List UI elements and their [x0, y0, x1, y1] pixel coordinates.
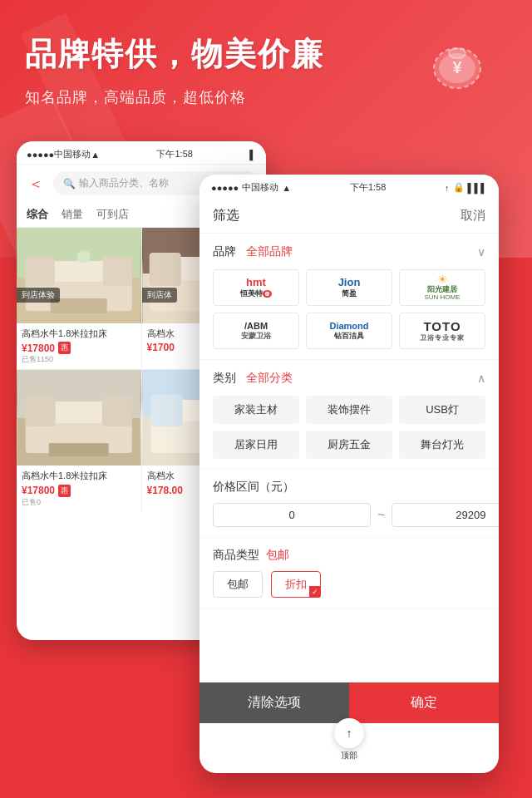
brand-label-row: 品牌 全部品牌 — [213, 244, 293, 259]
price-badge-1: 惠 — [58, 342, 71, 354]
tab-general[interactable]: 综合 — [27, 207, 48, 222]
price-range-section: 价格区间（元） ~ — [200, 470, 499, 538]
time-front: 下午1:58 — [350, 181, 386, 194]
filter-panel-phone: ●●●●● 中国移动 ▲ 下午1:58 ↑ 🔒 ▌▌▌ 筛选 取消 品牌 全部品… — [200, 175, 499, 773]
product-item-3[interactable]: 高档水牛1.8米拉扣床 ¥17800 惠 已售0 — [17, 370, 141, 511]
filter-header: 筛选 取消 — [200, 199, 499, 234]
category-jiaju[interactable]: 居家日用 — [213, 431, 299, 459]
brand-section-header: 品牌 全部品牌 ∨ — [213, 244, 485, 259]
product-price-1: ¥17800 — [22, 342, 55, 354]
brand-abm[interactable]: /ABM 安蒙卫浴 — [213, 313, 299, 349]
product-price-row-1: ¥17800 惠 — [22, 342, 136, 354]
money-bag-icon: ¥ — [424, 25, 490, 91]
scroll-top-arrow: ↑ — [334, 718, 364, 748]
goods-type-header: 商品类型 包邮 — [213, 548, 485, 563]
svg-point-13 — [77, 250, 91, 264]
status-left: ●●●●● 中国移动 ▲ — [211, 181, 291, 194]
price-range-label: 价格区间（元） — [213, 480, 485, 495]
confirm-button[interactable]: 确定 — [349, 682, 499, 723]
price-max-input[interactable] — [392, 503, 499, 527]
category-value: 全部分类 — [246, 371, 293, 384]
svg-text:¥: ¥ — [452, 58, 462, 76]
category-zhuangshi[interactable]: 装饰摆件 — [306, 396, 392, 424]
category-usb[interactable]: USB灯 — [399, 396, 485, 424]
price-badge-3: 惠 — [58, 485, 71, 497]
product-price-3: ¥17800 — [22, 485, 55, 496]
brand-jion-logo: Jion 简盈 — [338, 276, 361, 299]
tab-sales[interactable]: 销量 — [62, 207, 83, 222]
brand-toto-logo: TOTO 卫浴专业专家 — [420, 319, 465, 342]
category-label-row: 类别 全部分类 — [213, 370, 293, 386]
product-name-3: 高档水牛1.8米拉扣床 — [22, 470, 136, 482]
svg-rect-10 — [26, 257, 55, 286]
sold-info-3: 已售0 — [22, 497, 136, 508]
sold-info-1: 已售1150 — [22, 354, 136, 365]
phones-container: ●●●●● 中国移动 ▲ 下午1:58 ▌ ＜ 🔍 输入商品分类、名称 综合 销… — [0, 141, 532, 798]
brand-sunhome[interactable]: ☀ 阳光建居 SUN HOME — [399, 269, 485, 306]
brand-label: 品牌 — [213, 244, 236, 258]
signal-icon: ↑ — [445, 183, 450, 193]
type-option-zhekou[interactable]: 折扣 — [271, 571, 321, 598]
svg-rect-26 — [49, 443, 109, 456]
battery-front: ▌▌▌ — [468, 183, 487, 193]
type-options: 包邮 折扣 — [213, 571, 485, 598]
brand-hmt-logo: hmt 恒美特⊛ — [240, 276, 272, 299]
brand-jion[interactable]: Jion 简盈 — [306, 269, 392, 306]
svg-rect-25 — [102, 397, 132, 426]
category-grid: 家装主材 装饰摆件 USB灯 居家日用 厨房五金 舞台灯光 — [213, 396, 485, 459]
carrier-dots: ●●●●● — [27, 150, 54, 160]
svg-point-3 — [449, 48, 466, 58]
product-price-row-3: ¥17800 惠 — [22, 485, 136, 497]
product-item-1[interactable]: 到店体验 高档水牛1.8米拉扣床 ¥17800 惠 已售1150 — [17, 228, 141, 369]
category-section-header: 类别 全部分类 ∧ — [213, 370, 485, 386]
price-separator: ~ — [377, 508, 385, 523]
category-label: 类别 — [213, 371, 236, 384]
scroll-top-label: 顶部 — [341, 750, 357, 761]
back-button[interactable]: ＜ — [25, 174, 47, 194]
category-chevron-icon[interactable]: ∧ — [477, 372, 485, 385]
filter-title: 筛选 — [213, 207, 239, 224]
svg-rect-24 — [26, 397, 56, 426]
price-min-input[interactable] — [213, 503, 371, 527]
product-price-4: ¥178.00 — [147, 485, 183, 496]
back-phone-status: ●●●●● 中国移动 ▲ 下午1:58 ▌ — [17, 141, 266, 165]
filter-actions: 清除选项 确定 — [200, 682, 499, 723]
goods-type-label: 商品类型 — [213, 548, 259, 563]
cancel-button[interactable]: 取消 — [461, 208, 485, 224]
product-price-2: ¥1700 — [147, 342, 175, 353]
product-image-1 — [17, 228, 141, 323]
visit-badge-2: 到店体 — [142, 288, 177, 303]
goods-type-section: 商品类型 包邮 包邮 折扣 — [200, 538, 499, 608]
category-wutai[interactable]: 舞台灯光 — [399, 431, 485, 459]
brand-diamond-logo: Diamond 钻百洁具 — [329, 321, 368, 342]
brand-diamond[interactable]: Diamond 钻百洁具 — [306, 313, 392, 349]
tab-nearby[interactable]: 可到店 — [96, 207, 129, 222]
front-phone-status: ●●●●● 中国移动 ▲ 下午1:58 ↑ 🔒 ▌▌▌ — [200, 175, 499, 199]
category-jiazhuang[interactable]: 家装主材 — [213, 396, 299, 424]
brand-toto[interactable]: TOTO 卫浴专业专家 — [399, 313, 485, 349]
product-image-3 — [17, 370, 141, 466]
sun-icon: ☀ — [437, 273, 448, 286]
brand-section: 品牌 全部品牌 ∨ hmt 恒美特⊛ Jion 简盈 — [200, 234, 499, 360]
scroll-top-button[interactable]: ↑ 顶部 — [334, 718, 364, 761]
banner-subtitle: 知名品牌，高端品质，超低价格 — [25, 87, 246, 107]
brand-chevron-icon[interactable]: ∨ — [477, 245, 485, 259]
carrier-name-front: 中国移动 — [242, 181, 278, 194]
svg-rect-11 — [103, 257, 132, 286]
visit-badge-1: 到店体验 — [17, 288, 60, 303]
carrier-name: 中国移动 — [54, 148, 91, 160]
wifi-icon-front: ▲ — [282, 183, 291, 193]
price-inputs: ~ — [213, 503, 485, 527]
lock-icon: 🔒 — [453, 182, 465, 193]
wifi-icon: ▲ — [91, 150, 100, 160]
search-placeholder: 输入商品分类、名称 — [79, 176, 169, 190]
svg-rect-18 — [149, 253, 180, 286]
brand-hmt[interactable]: hmt 恒美特⊛ — [213, 269, 299, 306]
product-info-3: 高档水牛1.8米拉扣床 ¥17800 惠 已售0 — [17, 466, 141, 511]
category-chufang[interactable]: 厨房五金 — [306, 431, 392, 459]
category-section: 类别 全部分类 ∧ 家装主材 装饰摆件 USB灯 居家日用 厨房五金 舞台灯光 — [200, 360, 499, 470]
clear-button[interactable]: 清除选项 — [200, 682, 349, 723]
search-icon-small: 🔍 — [63, 178, 76, 190]
brand-abm-logo: /ABM 安蒙卫浴 — [241, 321, 271, 342]
type-option-baoyou[interactable]: 包邮 — [213, 571, 263, 598]
